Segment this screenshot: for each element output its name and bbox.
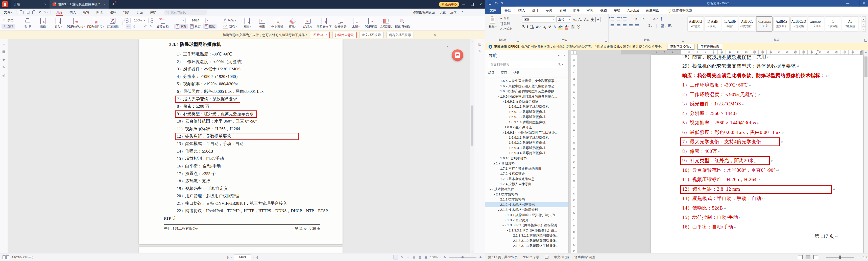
nav-heading-item[interactable]: ◢1.6.9 国家主管部门颁发的设备防爆合...: [485, 94, 568, 99]
nav-heading-item[interactable]: 1.6.9.1.2 防爆球型摄像机: [485, 109, 568, 114]
select-tool-button[interactable]: ↖ 选择: [1, 24, 16, 29]
menu-tab-注释[interactable]: 注释: [106, 8, 120, 16]
character-border-button[interactable]: A: [595, 17, 600, 22]
toc-icon[interactable]: ≡: [3, 42, 5, 46]
dialog-launcher-icon[interactable]: [682, 39, 684, 42]
vertical-ruler[interactable]: 1819202122232425262728293031323334353637…: [571, 55, 577, 254]
nav-heading-item[interactable]: 1.7.2 投标保证金: [485, 171, 568, 176]
minimize-button[interactable]: —: [844, 0, 852, 6]
rotate-left-icon[interactable]: ↺: [143, 24, 148, 29]
nav-tab-页面[interactable]: 页面: [501, 71, 507, 77]
nav-heading-item[interactable]: ◢2.1.3.3 IPC（网络摄像机）设备检测...: [485, 223, 568, 228]
borders-icon[interactable]: ⊞▾: [668, 23, 672, 28]
nav-heading-item[interactable]: 2.1.3.1 摄像机的主要指标、镜头的...: [485, 212, 568, 217]
dialog-launcher-icon[interactable]: [517, 39, 519, 42]
highlight-color-button[interactable]: ab▾: [558, 25, 563, 30]
chevron-down-icon[interactable]: ▾: [558, 54, 560, 57]
tool-擦除[interactable]: 擦除▾: [240, 17, 255, 30]
zoom-slider-thumb[interactable]: [839, 256, 841, 259]
search-replace-box[interactable]: 搜索与替换: [164, 9, 208, 15]
shrink-font-button[interactable]: A▼: [579, 17, 583, 22]
phonetic-guide-button[interactable]: wén文: [591, 17, 594, 22]
nav-heading-item[interactable]: 1.6.9.3.1 防爆半球型摄像机: [485, 135, 568, 140]
fit-page-icon[interactable]: ⊙: [132, 24, 136, 29]
collapse-triangle-icon[interactable]: ◢: [492, 193, 496, 195]
rotate-right-icon[interactable]: ↻: [149, 24, 153, 29]
bullets-icon[interactable]: [611, 17, 614, 21]
styles-gallery-scroll[interactable]: ▲▼⌄: [862, 16, 866, 32]
tool-水印[interactable]: 水印▾: [348, 17, 363, 30]
nav-heading-item[interactable]: ◢2 技术投标文件: [485, 187, 568, 192]
nav-heading-item[interactable]: 1.6.9.2 生产许可证: [485, 125, 568, 130]
scroll-up-icon[interactable]: ▲: [470, 40, 474, 43]
menu-tab-保护[interactable]: 保护: [147, 8, 160, 16]
restore-button[interactable]: [468, 0, 476, 8]
double-page-view-icon[interactable]: ▥: [418, 255, 422, 259]
close-tab-icon[interactable]: ✕: [44, 3, 46, 6]
nav-heading-item[interactable]: 1.6.9.1.4 防爆筒型摄像机: [485, 120, 568, 125]
save-icon[interactable]: [488, 2, 491, 5]
bold-button[interactable]: B: [522, 25, 524, 29]
close-icon[interactable]: ✕: [446, 45, 448, 48]
nav-heading-item[interactable]: ◢1.7 其他资料: [485, 161, 568, 166]
italic-button[interactable]: I: [527, 25, 528, 29]
vertical-scrollbar[interactable]: ▲ ▼: [470, 39, 474, 254]
tool-幻灯片[interactable]: ▶幻灯片: [300, 17, 315, 30]
style-↵编号,...[interactable]: 1) AaBt↵编号,...: [705, 16, 721, 32]
close-icon[interactable]: ✕: [563, 54, 565, 57]
zoom-level-label[interactable]: 100%: [862, 256, 868, 259]
style-样式 首行...[interactable]: AaBbCc样式 首行...: [739, 16, 755, 32]
annotation-icon[interactable]: ✎: [2, 65, 5, 69]
redo-icon[interactable]: ↷: [501, 1, 503, 5]
menu-tab-页面[interactable]: 页面: [133, 8, 147, 16]
tab-百度网盘[interactable]: 百度网盘: [643, 6, 662, 14]
edit-panel-icon[interactable]: ✎: [478, 49, 481, 53]
distribute-icon[interactable]: [635, 24, 639, 27]
add-desktop-icon-link[interactable]: 添加图标到桌面: [413, 10, 435, 14]
font-color-button[interactable]: A▾: [565, 25, 568, 30]
zoom-level-select[interactable]: 100% ▾: [130, 17, 149, 23]
tab-视图[interactable]: 视图: [597, 6, 610, 14]
view-mode-连续[interactable]: 连续: [203, 24, 217, 29]
nav-tab-标题[interactable]: 标题: [488, 71, 495, 77]
format-painter-button[interactable]: ✐格式刷: [500, 27, 512, 31]
menu-tab-插入[interactable]: 插入: [66, 8, 80, 16]
wps-document-tab[interactable]: 附件3：工业电视监控摄像机 ✕: [50, 0, 108, 8]
redo-icon[interactable]: ↷: [43, 10, 46, 14]
style-标题3[interactable]: 1. AaBb标题3: [722, 16, 738, 32]
menu-tab-开始[interactable]: 开始: [53, 8, 66, 16]
fit-width-icon[interactable]: ↔: [137, 24, 142, 29]
customize-qat-icon[interactable]: ▾: [506, 2, 507, 4]
tab-帮助[interactable]: 帮助: [610, 6, 624, 14]
zoom-out-icon[interactable]: −: [125, 18, 129, 23]
tab-审阅[interactable]: 审阅: [583, 6, 597, 14]
settings-link[interactable]: 设置: [439, 10, 446, 14]
page-number-input[interactable]: 14/24: [185, 17, 206, 23]
tool-编辑[interactable]: 编辑: [35, 17, 51, 30]
nav-heading-item[interactable]: 1.6.6 未发生重大质量、安全和环保事...: [485, 78, 568, 83]
paste-button[interactable]: 粘贴 ▾: [487, 16, 498, 31]
dialog-launcher-icon[interactable]: [865, 39, 867, 42]
nav-heading-item[interactable]: 1.6.9.1.1 防爆半球型摄像机: [485, 104, 568, 109]
style-↵无间隔[interactable]: AaBbCcD↵无间隔: [790, 16, 807, 32]
zoom-out-icon[interactable]: −: [821, 256, 823, 259]
tool-插入[interactable]: 插入▾: [51, 17, 66, 30]
collapse-triangle-icon[interactable]: ◢: [505, 229, 509, 231]
subscript-button[interactable]: x2: [544, 25, 546, 29]
read-mode-icon[interactable]: [798, 255, 803, 259]
prev-page-icon[interactable]: ‹: [231, 256, 232, 259]
nav-heading-item[interactable]: 1.6.9.3.4 防爆筒型摄像机: [485, 151, 568, 156]
tab-开始[interactable]: 开始: [501, 6, 515, 14]
character-shading-button[interactable]: A: [571, 25, 574, 29]
tool-搜索与替换[interactable]: 搜索与替换: [394, 17, 411, 30]
rotate-document-button[interactable]: 旋转文档: [155, 17, 170, 30]
nav-heading-item[interactable]: 1.6.10 合规承诺书: [485, 156, 568, 161]
collapse-triangle-icon[interactable]: ◢: [501, 100, 504, 103]
zoom-in-icon[interactable]: ⊕: [478, 255, 483, 259]
zoom-in-icon[interactable]: +: [150, 18, 154, 23]
collapse-triangle-icon[interactable]: ◢: [501, 224, 504, 226]
tab-引用[interactable]: 引用: [556, 6, 569, 14]
dialog-launcher-icon[interactable]: [605, 39, 607, 42]
strikethrough-button[interactable]: abc: [536, 25, 541, 29]
menu-tab-转换[interactable]: 转换: [120, 8, 133, 16]
